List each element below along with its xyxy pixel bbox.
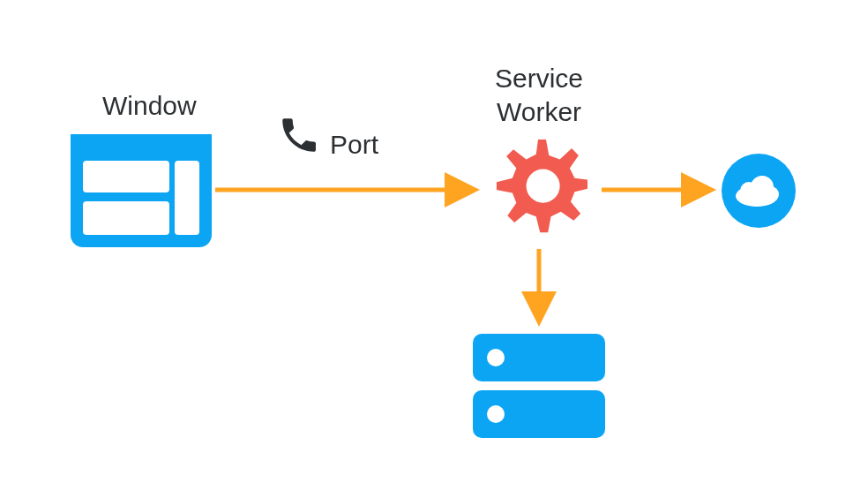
svg-point-5 [527, 170, 560, 203]
browser-window-icon [71, 134, 212, 251]
service-worker-label-line1: Service [495, 64, 583, 93]
service-worker-label: Service Worker [477, 62, 601, 128]
service-worker-label-line2: Worker [497, 97, 581, 126]
arrow-serviceworker-to-cache [530, 249, 548, 327]
svg-point-14 [487, 405, 505, 423]
cloud-icon [722, 154, 796, 231]
port-label: Port [330, 128, 378, 162]
svg-rect-3 [175, 161, 199, 235]
svg-rect-4 [83, 201, 169, 235]
window-label: Window [102, 89, 197, 123]
arrow-window-to-serviceworker [215, 181, 480, 199]
svg-point-10 [763, 186, 779, 202]
svg-rect-1 [71, 134, 212, 154]
svg-rect-2 [83, 161, 169, 192]
gear-icon [489, 140, 587, 242]
svg-point-12 [487, 349, 505, 366]
phone-icon [277, 113, 321, 161]
arrow-serviceworker-to-cloud [602, 181, 716, 199]
server-icon [473, 334, 605, 443]
